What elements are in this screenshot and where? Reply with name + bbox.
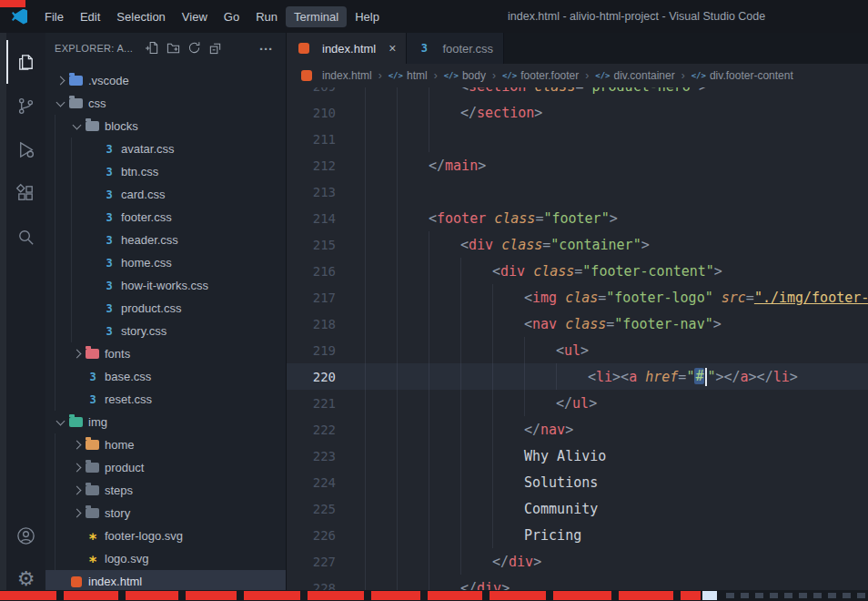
breadcrumb-item-div.container[interactable]: </>div.container xyxy=(595,69,674,82)
tree-item-home[interactable]: home xyxy=(45,433,286,456)
code-line-222[interactable]: 222</nav> xyxy=(287,416,868,443)
code-line-221[interactable]: 221</ul> xyxy=(287,390,868,416)
code-line-217[interactable]: 217<img clas="footer-logo" src="./img/fo… xyxy=(287,284,868,311)
code-line-227[interactable]: 227</div> xyxy=(287,548,868,575)
recording-marker-top xyxy=(0,0,25,7)
breadcrumb-label: body xyxy=(462,69,486,82)
tree-item-label: footer-logo.svg xyxy=(105,529,183,543)
menu-edit[interactable]: Edit xyxy=(72,6,108,27)
code-line-224[interactable]: 224Solutions xyxy=(287,469,868,495)
code-line-215[interactable]: 215<div class="container"> xyxy=(287,231,868,258)
timeline-segment xyxy=(126,591,178,600)
chevron-open-icon xyxy=(55,421,69,424)
tree-item-how-it-works.css[interactable]: 3how-it-works.css xyxy=(45,274,286,297)
tree-item-reset.css[interactable]: 3reset.css xyxy=(45,388,286,411)
tab-footer.css[interactable]: 3footer.css xyxy=(407,33,504,64)
tree-item-img[interactable]: img xyxy=(45,411,286,433)
tree-item-.vscode[interactable]: .vscode xyxy=(45,69,286,92)
source-control-icon[interactable] xyxy=(6,84,45,127)
tree-item-story.css[interactable]: 3story.css xyxy=(45,320,286,342)
menu-run[interactable]: Run xyxy=(247,6,286,27)
code-line-211[interactable]: 211 xyxy=(287,126,868,152)
breadcrumb-item-footer.footer[interactable]: </>footer.footer xyxy=(502,69,579,82)
code-area[interactable]: 209<section class="product-hero">210</se… xyxy=(287,87,868,601)
files-icon[interactable] xyxy=(6,40,45,84)
code-line-216[interactable]: 216<div class="footer-content"> xyxy=(287,258,868,284)
timeline-segment xyxy=(428,591,482,600)
tree-item-story[interactable]: story xyxy=(45,502,286,525)
activity-bottom: ⚙ xyxy=(6,514,45,601)
timeline-segment xyxy=(371,591,420,600)
menu-view[interactable]: View xyxy=(174,6,216,27)
code-line-210[interactable]: 210</section> xyxy=(287,99,868,126)
line-number: 209 xyxy=(287,87,336,94)
code-line-219[interactable]: 219<ul> xyxy=(287,337,868,363)
css-file-icon: 3 xyxy=(86,393,100,406)
tree-item-logo.svg[interactable]: ∗logo.svg xyxy=(45,547,286,570)
new-file-icon[interactable] xyxy=(146,41,159,56)
folder-icon xyxy=(86,349,99,359)
code-line-225[interactable]: 225Community xyxy=(287,495,868,522)
code-line-223[interactable]: 223Why Alivio xyxy=(287,443,868,469)
css-file-icon: 3 xyxy=(102,302,116,315)
tree-item-home.css[interactable]: 3home.css xyxy=(45,251,286,274)
line-number: 224 xyxy=(287,475,336,490)
menu-file[interactable]: File xyxy=(36,6,72,27)
code-line-212[interactable]: 212</main> xyxy=(287,152,868,178)
code-line-220[interactable]: 220<li><a href="#"></a></li> xyxy=(287,363,868,390)
close-tab-icon[interactable]: × xyxy=(389,41,396,56)
vscode-logo-icon xyxy=(12,9,27,25)
line-number: 223 xyxy=(287,449,336,463)
tree-item-product[interactable]: product xyxy=(45,456,286,479)
html-file-icon xyxy=(71,576,82,587)
chevron-open-icon xyxy=(55,102,69,106)
tree-item-footer-logo.svg[interactable]: ∗footer-logo.svg xyxy=(45,525,286,547)
tree-item-fonts[interactable]: fonts xyxy=(45,342,286,365)
tree-item-product.css[interactable]: 3product.css xyxy=(45,297,286,320)
code-line-209[interactable]: 209<section class="product-hero"> xyxy=(287,87,868,99)
tree-item-label: footer.css xyxy=(121,210,172,224)
debug-icon[interactable] xyxy=(6,127,45,171)
breadcrumb-separator: › xyxy=(378,69,382,82)
code-line-213[interactable]: 213 xyxy=(287,178,868,205)
account-icon[interactable] xyxy=(6,514,45,557)
menu-terminal[interactable]: Terminal xyxy=(286,6,347,27)
breadcrumb-separator: › xyxy=(492,69,496,82)
tree-item-header.css[interactable]: 3header.css xyxy=(45,229,286,251)
tree-item-label: product xyxy=(105,461,144,474)
menu-selection[interactable]: Selection xyxy=(108,6,173,27)
tree-item-base.css[interactable]: 3base.css xyxy=(45,365,286,388)
menu-help[interactable]: Help xyxy=(347,6,388,27)
line-number: 219 xyxy=(287,343,336,358)
file-tree: .vscodecssblocks3avatar.css3btn.css3card… xyxy=(45,64,286,601)
chevron-closed-icon xyxy=(55,77,69,84)
refresh-icon[interactable] xyxy=(187,41,201,56)
timeline-dash xyxy=(857,593,865,598)
css-file-icon: 3 xyxy=(417,42,431,55)
new-folder-icon[interactable] xyxy=(167,41,180,56)
collapse-icon[interactable] xyxy=(208,41,222,56)
breadcrumb-item-index.html[interactable]: index.html xyxy=(299,69,372,82)
tree-item-card.css[interactable]: 3card.css xyxy=(45,183,286,206)
extensions-icon[interactable] xyxy=(6,171,45,215)
timeline-segment xyxy=(244,591,300,600)
tree-item-blocks[interactable]: blocks xyxy=(45,115,286,138)
breadcrumb-item-div.footer-content[interactable]: </>div.footer-content xyxy=(691,69,793,82)
tree-item-avatar.css[interactable]: 3avatar.css xyxy=(45,138,286,160)
breadcrumb-item-html[interactable]: </>html xyxy=(389,69,428,82)
code-line-214[interactable]: 214<footer class="footer"> xyxy=(287,205,868,231)
tree-item-steps[interactable]: steps xyxy=(45,479,286,502)
code-line-218[interactable]: 218<nav class="footer-nav"> xyxy=(287,311,868,337)
breadcrumb-item-body[interactable]: </>body xyxy=(444,69,486,82)
more-actions-icon[interactable]: ··· xyxy=(259,41,278,56)
timeline-dash xyxy=(828,593,836,598)
tab-index.html[interactable]: index.html× xyxy=(287,33,407,64)
tree-item-btn.css[interactable]: 3btn.css xyxy=(45,160,286,183)
svg-file-icon: ∗ xyxy=(86,532,100,541)
menu-go[interactable]: Go xyxy=(216,6,247,27)
code-line-226[interactable]: 226Pricing xyxy=(287,522,868,548)
search-icon[interactable] xyxy=(6,215,45,259)
tree-item-css[interactable]: css xyxy=(45,92,286,115)
tree-item-footer.css[interactable]: 3footer.css xyxy=(45,206,286,229)
timeline-segment xyxy=(619,591,673,600)
